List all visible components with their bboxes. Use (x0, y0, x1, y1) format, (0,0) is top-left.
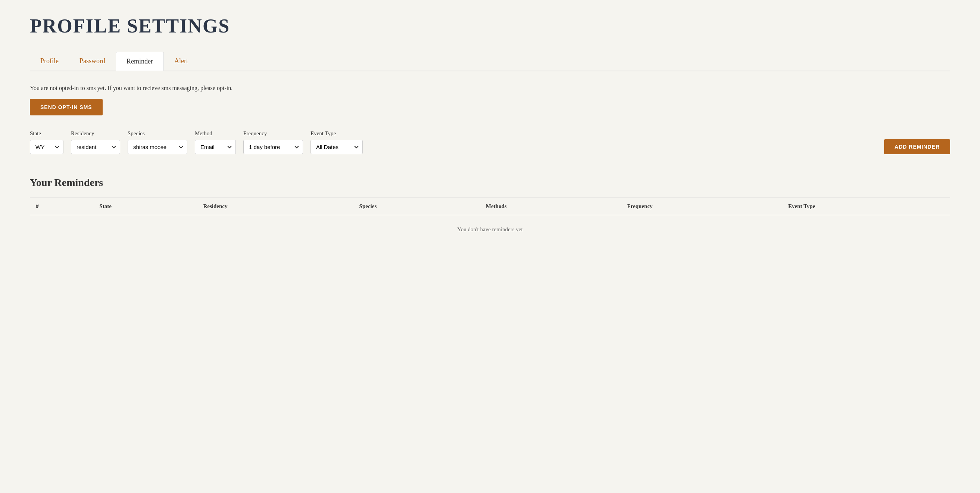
reminder-form: State WY CO MT ID UT Residency resident … (30, 130, 950, 154)
method-select[interactable]: Email SMS Both (195, 140, 236, 154)
col-species: Species (353, 198, 480, 215)
col-number: # (30, 198, 93, 215)
residency-form-group: Residency resident non-resident (71, 130, 120, 154)
state-label: State (30, 130, 64, 137)
table-header-row: # State Residency Species Methods Freque… (30, 198, 950, 215)
residency-select[interactable]: resident non-resident (71, 140, 120, 154)
page-title: PROFILE SETTINGS (30, 15, 950, 37)
event-type-form-group: Event Type All Dates Application Draw Re… (310, 130, 363, 154)
send-optin-sms-button[interactable]: SEND OPT-IN SMS (30, 99, 103, 115)
empty-reminders-row: You don't have reminders yet (30, 215, 950, 244)
species-label: Species (127, 130, 187, 137)
col-frequency: Frequency (621, 198, 782, 215)
tabs-nav: Profile Password Reminder Alert (30, 52, 950, 71)
tab-profile[interactable]: Profile (30, 52, 69, 70)
event-type-select[interactable]: All Dates Application Draw Results Seaso… (310, 140, 363, 154)
method-form-group: Method Email SMS Both (195, 130, 236, 154)
state-select[interactable]: WY CO MT ID UT (30, 140, 64, 154)
col-methods: Methods (480, 198, 621, 215)
tab-alert[interactable]: Alert (164, 52, 199, 70)
state-form-group: State WY CO MT ID UT (30, 130, 64, 154)
frequency-select[interactable]: 1 day before 3 days before 1 week before… (243, 140, 303, 154)
method-label: Method (195, 130, 236, 137)
col-event-type: Event Type (782, 198, 950, 215)
your-reminders-title: Your Reminders (30, 177, 950, 188)
tab-password[interactable]: Password (69, 52, 116, 70)
residency-label: Residency (71, 130, 120, 137)
empty-reminders-message: You don't have reminders yet (30, 215, 950, 244)
col-residency: Residency (197, 198, 353, 215)
sms-notice-text: You are not opted-in to sms yet. If you … (30, 85, 950, 91)
species-select[interactable]: shiras moose elk deer antelope bear (127, 140, 187, 154)
frequency-label: Frequency (243, 130, 303, 137)
col-state: State (93, 198, 197, 215)
event-type-label: Event Type (310, 130, 363, 137)
reminders-table: # State Residency Species Methods Freque… (30, 198, 950, 244)
tab-reminder[interactable]: Reminder (116, 52, 164, 71)
add-reminder-button[interactable]: ADD REMINDER (884, 139, 950, 154)
frequency-form-group: Frequency 1 day before 3 days before 1 w… (243, 130, 303, 154)
species-form-group: Species shiras moose elk deer antelope b… (127, 130, 187, 154)
